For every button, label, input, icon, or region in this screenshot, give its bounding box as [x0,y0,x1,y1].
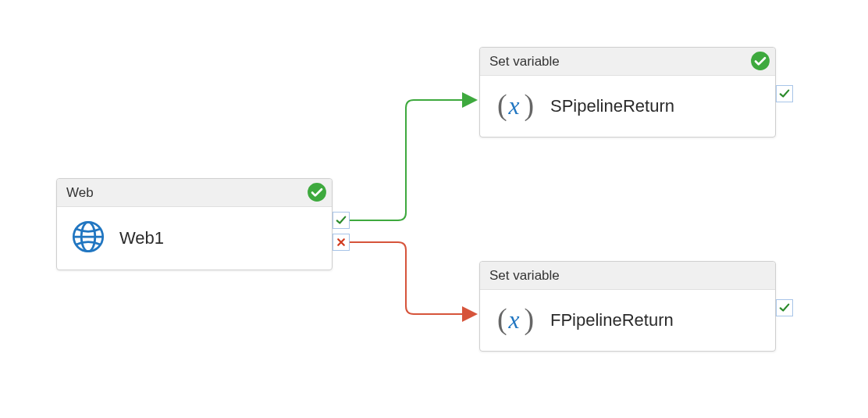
activity-type-label: Set variable [489,268,560,284]
activity-type-label: Set variable [489,54,560,70]
svg-point-4 [751,52,770,70]
port-success[interactable] [776,299,793,316]
port-success[interactable] [333,212,350,229]
svg-text:x: x [508,92,520,120]
activity-header: Web [57,179,332,207]
activity-body: Web1 [57,207,332,270]
globe-icon [71,220,105,257]
activity-name-label: FPipelineReturn [550,310,674,330]
port-success[interactable] [776,85,793,102]
check-circle-icon [750,51,770,71]
svg-text:): ) [525,302,535,335]
connector-failure [350,242,475,314]
activity-web[interactable]: Web Web1 [56,178,333,270]
port-failure[interactable] [333,234,350,251]
activity-header: Set variable [480,48,775,76]
svg-point-0 [308,183,326,202]
activity-body: ( x ) SPipelineReturn [480,76,775,137]
check-circle-icon [307,182,327,202]
svg-text:x: x [508,306,520,334]
activity-name-label: Web1 [119,228,164,248]
variable-icon: ( x ) [494,88,536,124]
svg-text:): ) [525,88,535,121]
activity-setvar-failure[interactable]: Set variable ( x ) FPipelineReturn [479,261,776,352]
svg-text:(: ( [497,302,507,335]
connector-success [350,100,475,220]
svg-text:(: ( [497,88,507,121]
activity-setvar-success[interactable]: Set variable ( x ) SPipelineReturn [479,47,776,138]
activity-body: ( x ) FPipelineReturn [480,290,775,351]
activity-name-label: SPipelineReturn [550,96,674,116]
activity-header: Set variable [480,262,775,290]
pipeline-canvas[interactable]: Web Web1 [0,0,868,418]
variable-icon: ( x ) [494,302,536,338]
activity-type-label: Web [66,185,94,201]
